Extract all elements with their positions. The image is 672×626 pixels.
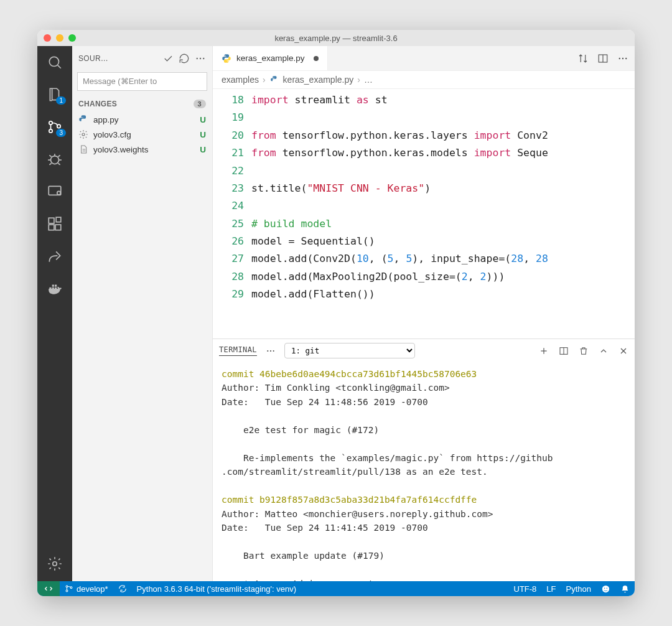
titlebar: keras_example.py — streamlit-3.6 [37,30,635,46]
breadcrumb-file: keras_example.py [283,75,354,85]
terminal-tab-label[interactable]: TERMINAL [219,345,257,356]
sync-status-icon[interactable] [113,584,132,593]
python-icon [269,75,279,85]
kill-terminal-icon[interactable] [579,346,589,356]
split-terminal-icon[interactable] [559,346,569,356]
svg-point-27 [267,350,268,351]
svg-rect-11 [56,217,61,222]
svg-point-7 [57,191,60,194]
file-status-badge: U [200,115,206,124]
svg-point-24 [619,57,620,58]
chevron-right-icon: › [263,75,266,85]
svg-point-28 [270,350,271,351]
remote-indicator[interactable] [37,581,60,596]
scm-badge: 3 [56,129,66,137]
breadcrumb-folder: examples [222,75,259,85]
editor-more-icon[interactable] [617,53,628,64]
sidebar-header: SOUR… [72,46,212,71]
scm-sidebar: SOUR… Message (⌘Enter to CHANGES 3 app.p… [72,46,213,581]
maximize-panel-icon[interactable] [599,346,609,356]
terminal-output[interactable]: commit 46bebe6d0ae494cbcca73d61bf1445bc5… [213,362,635,581]
terminal-selector[interactable]: 1: git [284,343,415,358]
chevron-right-icon: › [357,75,360,85]
svg-point-40 [604,587,605,589]
svg-line-1 [58,65,61,68]
eol-status[interactable]: LF [541,584,561,594]
close-panel-icon[interactable] [618,346,628,356]
code-content[interactable]: import streamlit as st from tensorflow.p… [251,89,635,339]
refresh-icon[interactable] [179,53,190,64]
svg-point-29 [273,350,274,351]
file-name: yolov3.cfg [93,130,131,139]
svg-point-18 [197,58,198,59]
commit-check-icon[interactable] [162,53,174,64]
file-status-badge: U [200,130,206,139]
tab-keras-example[interactable]: keras_example.py [213,46,328,70]
compare-changes-icon[interactable] [577,53,589,64]
window-title: keras_example.py — streamlit-3.6 [37,34,635,43]
docker-icon[interactable] [46,280,63,297]
branch-name: develop* [77,584,108,594]
file-icon [78,144,88,154]
svg-rect-10 [55,225,61,230]
svg-point-37 [66,590,68,592]
status-bar: develop* Python 3.6.3 64-bit ('streamlit… [37,581,635,596]
extensions-icon[interactable] [46,215,63,233]
svg-point-25 [622,57,623,58]
svg-point-39 [602,585,609,592]
file-status-badge: U [200,145,206,154]
code-editor[interactable]: 181920212223242526272829 import streamli… [213,89,635,339]
svg-point-0 [49,57,58,66]
line-gutter: 181920212223242526272829 [213,89,251,339]
changes-label: CHANGES [78,100,117,108]
tab-filename: keras_example.py [236,54,305,63]
explorer-badge: 1 [56,96,66,105]
svg-point-2 [49,121,52,124]
terminal-panel: TERMINAL 1: git commit 46bebe6d0ae494cbc… [213,339,635,581]
svg-rect-16 [55,285,57,287]
commit-message-input[interactable]: Message (⌘Enter to [77,72,207,91]
terminal-more-icon[interactable] [266,346,276,356]
svg-point-19 [200,58,201,59]
python-interpreter-status[interactable]: Python 3.6.3 64-bit ('streamlit-staging'… [132,584,301,594]
language-mode-status[interactable]: Python [561,584,596,594]
breadcrumb[interactable]: examples › keras_example.py › … [213,71,635,89]
svg-point-21 [82,133,85,136]
explorer-icon[interactable]: 1 [46,86,63,103]
python-icon [222,54,231,63]
git-branch-status[interactable]: develop* [60,584,113,594]
svg-point-41 [607,587,608,589]
svg-point-26 [625,57,627,58]
breadcrumb-more: … [364,75,373,85]
changed-file-row[interactable]: yolov3.cfgU [72,127,212,142]
svg-rect-15 [52,285,54,287]
changed-file-row[interactable]: yolov3.weightsU [72,142,212,157]
file-name: yolov3.weights [93,145,149,154]
tab-bar: keras_example.py [213,46,635,71]
svg-point-5 [51,156,59,164]
editor-area: keras_example.py examples › keras_exampl… [213,46,635,581]
tab-actions [571,46,635,70]
notifications-icon[interactable] [615,584,635,594]
svg-point-3 [49,129,52,133]
split-editor-icon[interactable] [597,53,609,64]
dirty-indicator-icon [314,56,319,61]
source-control-icon[interactable]: 3 [46,118,63,136]
svg-rect-8 [49,218,54,223]
debug-icon[interactable] [46,151,63,168]
gear-icon [78,129,88,139]
feedback-icon[interactable] [596,584,615,594]
vscode-window: keras_example.py — streamlit-3.6 1 3 [37,30,635,596]
liveshare-icon[interactable] [46,248,63,265]
svg-point-20 [203,58,204,59]
new-terminal-icon[interactable] [539,346,549,356]
changed-file-row[interactable]: app.pyU [72,112,212,127]
encoding-status[interactable]: UTF-8 [509,584,542,594]
activity-bar: 1 3 [37,46,72,581]
search-icon[interactable] [46,54,63,71]
remote-explorer-icon[interactable] [46,183,63,200]
settings-gear-icon[interactable] [46,555,63,572]
changes-section-header[interactable]: CHANGES 3 [72,96,212,112]
more-actions-icon[interactable] [195,53,206,64]
terminal-header: TERMINAL 1: git [213,339,635,362]
